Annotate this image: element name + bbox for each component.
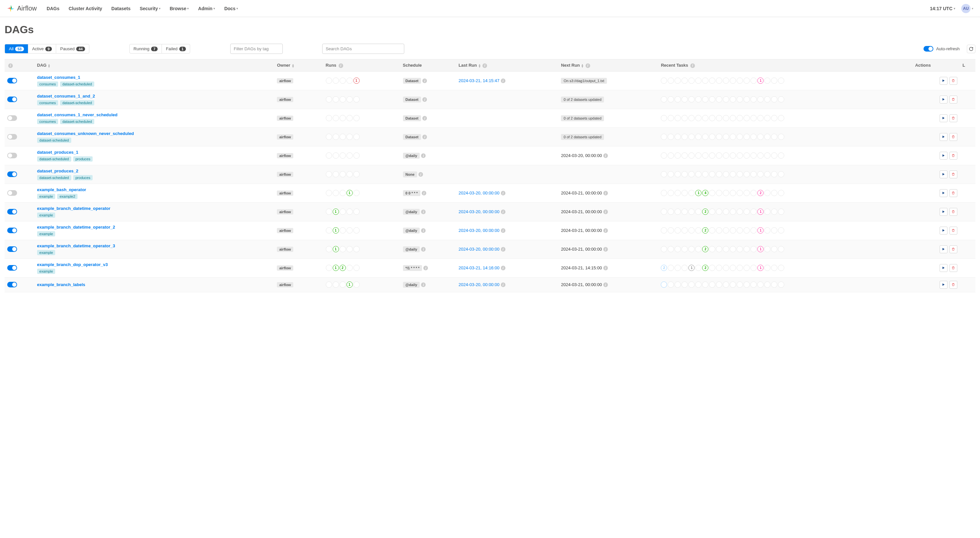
task-status-circle[interactable] [764, 115, 770, 121]
task-status-circle[interactable] [764, 134, 770, 140]
task-status-circle[interactable] [730, 78, 736, 84]
task-status-circle[interactable] [688, 134, 695, 140]
delete-dag-button[interactable] [950, 208, 957, 216]
task-status-circle[interactable] [668, 96, 674, 102]
task-status-circle[interactable] [668, 282, 674, 288]
task-status-circle[interactable]: 2 [661, 265, 667, 271]
dag-enable-toggle[interactable] [7, 97, 17, 102]
task-status-circle[interactable] [702, 78, 708, 84]
task-status-circle[interactable] [737, 134, 743, 140]
task-status-circle[interactable] [688, 209, 695, 215]
task-status-circle[interactable] [709, 282, 715, 288]
dag-name-link[interactable]: dataset_produces_2 [37, 169, 78, 173]
task-status-circle[interactable] [764, 282, 770, 288]
run-status-circle[interactable] [353, 209, 360, 215]
task-status-circle[interactable] [688, 96, 695, 102]
trigger-dag-button[interactable] [940, 96, 948, 103]
dag-name-link[interactable]: dataset_consumes_1_never_scheduled [37, 112, 118, 117]
task-status-circle[interactable] [716, 190, 722, 196]
task-status-circle[interactable] [709, 153, 715, 159]
trigger-dag-button[interactable] [940, 114, 948, 122]
task-status-circle[interactable] [709, 190, 715, 196]
task-status-circle[interactable] [661, 246, 667, 252]
run-status-circle[interactable] [340, 246, 346, 252]
dag-tag[interactable]: dataset-scheduled [37, 138, 71, 143]
task-status-circle[interactable]: 1 [757, 209, 764, 215]
task-status-circle[interactable] [709, 209, 715, 215]
dag-tag[interactable]: example [37, 250, 56, 255]
run-status-circle[interactable] [332, 134, 339, 140]
run-status-circle[interactable] [353, 246, 360, 252]
task-status-circle[interactable] [688, 282, 695, 288]
run-status-circle[interactable] [347, 227, 353, 234]
dag-name-link[interactable]: example_branch_datetime_operator [37, 206, 110, 211]
task-status-circle[interactable] [743, 190, 750, 196]
task-status-circle[interactable] [661, 282, 667, 288]
task-status-circle[interactable] [751, 265, 757, 271]
run-status-circle[interactable] [326, 282, 332, 288]
task-status-circle[interactable] [751, 171, 757, 177]
task-status-circle[interactable] [716, 153, 722, 159]
task-status-circle[interactable] [688, 171, 695, 177]
task-status-circle[interactable] [661, 134, 667, 140]
run-status-circle[interactable] [347, 265, 353, 271]
task-status-circle[interactable] [723, 246, 729, 252]
task-status-circle[interactable] [730, 190, 736, 196]
schedule-badge[interactable]: 0 0 * * * [403, 190, 420, 196]
task-status-circle[interactable] [716, 115, 722, 121]
task-status-circle[interactable] [661, 78, 667, 84]
dag-tag[interactable]: produces [73, 156, 92, 162]
task-status-circle[interactable] [757, 171, 764, 177]
delete-dag-button[interactable] [950, 114, 957, 122]
task-status-circle[interactable] [737, 96, 743, 102]
task-status-circle[interactable] [709, 78, 715, 84]
last-run-link[interactable]: 2024-03-20, 00:00:00 [458, 209, 499, 214]
dag-tag[interactable]: consumes [37, 100, 58, 105]
task-status-circle[interactable] [716, 227, 722, 234]
task-status-circle[interactable] [695, 115, 702, 121]
task-status-circle[interactable] [695, 78, 702, 84]
task-status-circle[interactable] [716, 282, 722, 288]
schedule-badge[interactable]: @daily [403, 209, 420, 215]
run-status-circle[interactable] [326, 153, 332, 159]
task-status-circle[interactable] [737, 246, 743, 252]
task-status-circle[interactable] [771, 227, 777, 234]
run-status-circle[interactable]: 1 [332, 227, 339, 234]
run-status-circle[interactable] [353, 96, 360, 102]
avatar[interactable]: AU [961, 4, 970, 13]
task-status-circle[interactable] [695, 209, 702, 215]
last-run-link[interactable]: 2024-03-20, 00:00:00 [458, 247, 499, 251]
dag-enable-toggle[interactable] [7, 172, 17, 177]
task-status-circle[interactable] [668, 171, 674, 177]
dag-tag[interactable]: example2 [57, 194, 78, 199]
run-status-circle[interactable] [340, 78, 346, 84]
task-status-circle[interactable] [702, 134, 708, 140]
run-status-circle[interactable]: 1 [347, 282, 353, 288]
task-status-circle[interactable] [743, 265, 750, 271]
task-status-circle[interactable] [751, 282, 757, 288]
dag-tag[interactable]: dataset-scheduled [60, 81, 94, 87]
run-status-circle[interactable] [340, 96, 346, 102]
task-status-circle[interactable] [751, 190, 757, 196]
task-status-circle[interactable] [771, 190, 777, 196]
dag-name-link[interactable]: example_branch_datetime_operator_2 [37, 224, 115, 229]
nav-docs[interactable]: Docs▾ [224, 6, 238, 11]
trigger-dag-button[interactable] [940, 152, 948, 160]
task-status-circle[interactable] [661, 209, 667, 215]
task-status-circle[interactable] [661, 190, 667, 196]
task-status-circle[interactable] [709, 227, 715, 234]
dag-enable-toggle[interactable] [7, 228, 17, 233]
schedule-badge[interactable]: Dataset [403, 115, 422, 121]
auto-refresh-toggle[interactable] [924, 46, 933, 52]
dag-tag[interactable]: consumes [37, 81, 58, 87]
next-run-pill[interactable]: On s3://dag1/output_1.txt [561, 78, 607, 84]
delete-dag-button[interactable] [950, 227, 957, 234]
nav-cluster-activity[interactable]: Cluster Activity [68, 6, 102, 11]
delete-dag-button[interactable] [950, 133, 957, 141]
run-status-circle[interactable] [332, 78, 339, 84]
delete-dag-button[interactable] [950, 77, 957, 85]
task-status-circle[interactable] [681, 190, 688, 196]
filter-failed[interactable]: Failed 1 [162, 45, 190, 53]
dag-name-link[interactable]: example_branch_dop_operator_v3 [37, 262, 108, 267]
task-status-circle[interactable] [778, 190, 784, 196]
